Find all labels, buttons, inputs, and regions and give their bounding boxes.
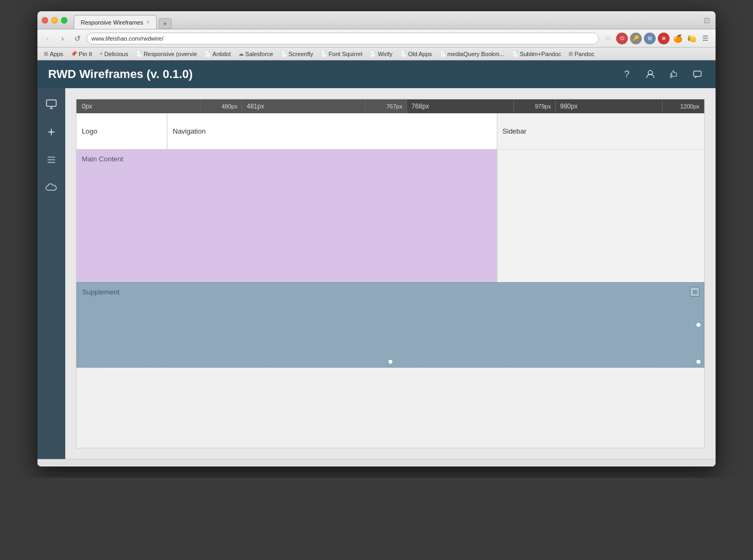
bookmark-sublim[interactable]: 📄 Sublim+Pandoc [509,50,564,58]
ruler-979px-label: 979px [535,103,551,110]
supplement-expand-button[interactable]: ⊞ [690,287,700,297]
ruler-980px: 980px [556,99,663,113]
supplement-area[interactable]: Supplement ⊞ [76,282,704,368]
canvas-area[interactable]: 0px 480px 481px 767px 768px [65,88,716,459]
ruler-979px: 979px [514,99,556,113]
bookmark-mediaquery[interactable]: 📄 mediaQuery Bookm... [436,50,508,58]
sidebar-monitor-icon[interactable] [42,95,61,114]
ruler-480px: 480px [201,99,242,113]
sidebar-add-icon[interactable] [42,122,61,142]
ruler-980px-label: 980px [560,103,578,110]
tab-area: Responsive Wireframes × + [74,11,172,29]
bookmark-responsive[interactable]: 📄 Responsive (overvie [133,50,201,58]
ruler-row: 0px 480px 481px 767px 768px [76,99,704,113]
sidebar-list-icon[interactable] [42,150,61,169]
app-body: 0px 480px 481px 767px 768px [37,88,716,459]
help-icon-symbol: ? [624,69,629,80]
delicious-bookmark-icon: + [99,51,103,57]
supplement-expand-icon: ⊞ [693,289,697,295]
cloud-svg [45,183,57,192]
sidebar-column: Sidebar [497,113,704,282]
sidebar-label: Sidebar [503,127,527,135]
supplement-resize-right[interactable] [696,322,701,328]
logo-label: Logo [82,127,97,135]
extension-icon-4[interactable]: ⊗ [658,33,670,44]
bookmark-pandoc[interactable]: ⊞ Pandoc [565,50,597,58]
app-title: RWD Wireframes (v. 0.1.0) [48,67,193,81]
add-svg [47,127,56,137]
supplement-resize-corner[interactable] [696,359,701,364]
menu-icon[interactable]: ☰ [700,33,711,44]
user-icon[interactable] [643,67,658,82]
app-header: RWD Wireframes (v. 0.1.0) ? [37,60,716,88]
address-bar[interactable]: www.lifeishao.com/rwdwire/ [87,33,599,44]
bookmark-screenfly[interactable]: 📄 Screenfly [278,50,317,58]
like-svg-icon [669,69,679,79]
svg-rect-2 [47,100,56,106]
apps-bookmark-icon: ⊞ [44,51,48,57]
bookmark-pinit-label: Pin It [79,51,92,57]
bookmark-wirify[interactable]: 📄 Wirify [366,50,396,58]
bookmark-fontsquirrel[interactable]: 📄 Font Squirrel [317,50,365,58]
bookmark-antidot[interactable]: 📄 Antidot [201,50,234,58]
supplement-resize-bottom[interactable] [388,359,393,364]
bookmark-salesforce[interactable]: ☁ Salesforce [235,50,276,58]
like-icon[interactable] [666,67,681,82]
ruler-1200px-label: 1200px [680,103,700,110]
chat-svg-icon [693,69,702,79]
bookmark-screenfly-label: Screenfly [289,51,313,57]
bookmark-responsive-label: Responsive (overvie [144,51,197,57]
bookmark-delicious[interactable]: + Delicious [96,50,131,58]
close-button[interactable] [42,17,48,24]
title-bar: Responsive Wireframes × + ⊡ [37,11,716,29]
forward-button[interactable]: › [57,33,68,44]
horizontal-scrollbar[interactable] [37,459,716,466]
ruler-767px-label: 767px [386,103,402,110]
tab-close-icon[interactable]: × [147,19,150,25]
bookmark-delicious-label: Delicious [104,51,128,57]
pinit-bookmark-icon: 📌 [71,51,77,57]
ruler-481px: 481px [242,99,365,113]
active-tab[interactable]: Responsive Wireframes × [74,15,157,29]
extension-icon-6[interactable]: 🍋 [686,33,697,44]
bookmark-oldapps-label: Old Apps [408,51,432,57]
antidot-bookmark-icon: 📄 [204,51,211,57]
url-text: www.lifeishao.com/rwdwire/ [91,35,594,42]
bookmark-sublim-label: Sublim+Pandoc [520,51,561,57]
back-button[interactable]: ‹ [42,33,53,44]
bookmark-antidot-label: Antidot [212,51,230,57]
bookmark-pandoc-label: Pandoc [574,51,594,57]
bookmark-salesforce-label: Salesforce [245,51,273,57]
sidebar-cloud-icon[interactable] [42,178,61,197]
main-layout: Logo Navigation Main Content [76,113,704,282]
salesforce-bookmark-icon: ☁ [239,51,244,57]
ruler-0px: 0px [76,99,201,113]
logo-nav-row: Logo Navigation [76,113,497,150]
bookmark-apps[interactable]: ⊞ Apps [41,50,66,58]
extension-icon-2[interactable]: 🔑 [630,33,642,44]
left-column: Logo Navigation Main Content [76,113,497,282]
bookmark-oldapps[interactable]: 📄 Old Apps [397,50,435,58]
bookmark-pinit[interactable]: 📌 Pin It [67,50,95,58]
chat-icon[interactable] [690,67,705,82]
extension-icon-3[interactable]: ⊞ [644,33,656,44]
extension-icon-1[interactable]: ⊙ [616,33,628,44]
fontsquirrel-bookmark-icon: 📄 [320,51,327,57]
help-icon[interactable]: ? [619,67,634,82]
refresh-button[interactable]: ↺ [72,33,83,44]
sublim-bookmark-icon: 📄 [512,51,518,57]
wirify-bookmark-icon: 📄 [370,51,376,57]
main-content-label: Main Content [82,155,123,163]
new-tab-button[interactable]: + [159,18,172,29]
extension-icon-5[interactable]: 🍊 [672,33,683,44]
pandoc-bookmark-icon: ⊞ [568,51,573,57]
bookmark-star-icon[interactable]: ☆ [602,33,614,44]
bookmark-apps-label: Apps [50,51,63,57]
empty-area-below [76,368,704,448]
logo-cell: Logo [76,113,167,149]
minimize-button[interactable] [51,17,58,24]
maximize-button[interactable] [61,17,67,24]
supplement-label: Supplement [82,288,119,296]
browser-window: Responsive Wireframes × + ⊡ ‹ › ↺ www.li… [37,11,716,467]
browser-content: RWD Wireframes (v. 0.1.0) ? [37,60,716,466]
